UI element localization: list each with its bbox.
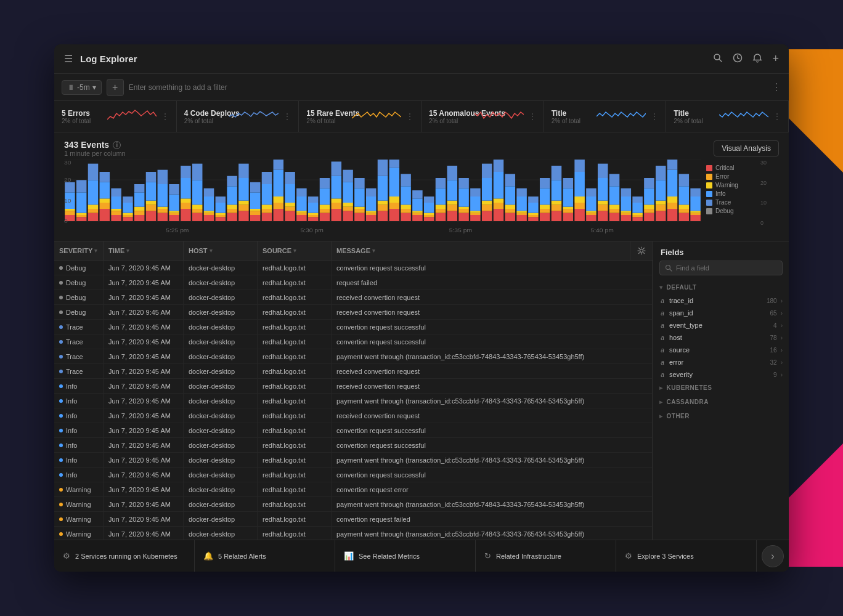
field-expand-icon-3[interactable]: ›	[781, 334, 783, 341]
svg-rect-229	[574, 209, 585, 221]
svg-rect-52	[158, 184, 168, 207]
card-more-2[interactable]: ⋮	[406, 112, 413, 121]
th-host[interactable]: HOST ▾	[184, 241, 258, 260]
event-card-5[interactable]: Title 2% of total ⋮	[666, 101, 789, 132]
field-count-2: 4	[773, 322, 777, 329]
table-row[interactable]: Warning Jun 7, 2020 9:45 AM docker-deskt…	[54, 512, 653, 527]
field-expand-icon-4[interactable]: ›	[781, 347, 783, 354]
card-more-1[interactable]: ⋮	[283, 112, 291, 121]
svg-rect-24	[100, 209, 110, 221]
card-more-4[interactable]: ⋮	[651, 112, 658, 121]
field-group-kubernetes[interactable]: ▸ KUBERNETES	[653, 381, 789, 395]
svg-rect-166	[424, 213, 434, 215]
svg-rect-153	[389, 160, 400, 168]
table-row[interactable]: Info Jun 7, 2020 9:45 AM docker-desktop …	[54, 438, 653, 453]
table-row[interactable]: Info Jun 7, 2020 9:45 AM docker-desktop …	[54, 423, 653, 438]
cell-severity-3: Debug	[54, 305, 104, 319]
svg-rect-84	[238, 211, 249, 221]
table-row[interactable]: Warning Jun 7, 2020 9:45 AM docker-deskt…	[54, 497, 653, 512]
severity-dot-12	[59, 444, 63, 447]
bottom-nav-button[interactable]: ›	[762, 545, 784, 567]
card-more-3[interactable]: ⋮	[529, 112, 536, 121]
visual-analysis-button[interactable]: Visual Analysis	[714, 140, 779, 156]
table-row[interactable]: Debug Jun 7, 2020 9:45 AM docker-desktop…	[54, 290, 653, 305]
svg-rect-160	[412, 213, 423, 215]
field-expand-icon-1[interactable]: ›	[781, 310, 783, 317]
event-card-info-1: 4 Code Deploys 2% of total	[184, 109, 225, 124]
svg-rect-14	[76, 217, 87, 221]
sparkline-1	[229, 107, 279, 126]
event-card-2[interactable]: 15 Rare Events 2% of total ⋮	[299, 101, 422, 132]
field-item-trace_id[interactable]: a trace_id 180 ›	[653, 294, 789, 307]
table-row[interactable]: Debug Jun 7, 2020 9:45 AM docker-desktop…	[54, 275, 653, 290]
bottom-item-icon-1: 🔔	[203, 551, 213, 561]
event-card-1[interactable]: 4 Code Deploys 2% of total ⋮	[177, 101, 299, 132]
field-item-error[interactable]: a error 32 ›	[653, 356, 789, 368]
card-more-0[interactable]: ⋮	[161, 112, 169, 121]
field-item-severity[interactable]: a severity 9 ›	[653, 368, 789, 381]
svg-rect-250	[621, 213, 632, 215]
fields-search-input[interactable]	[676, 264, 777, 272]
search-icon[interactable]	[713, 53, 723, 65]
svg-rect-273	[667, 160, 678, 170]
field-item-source[interactable]: a source 16 ›	[653, 344, 789, 356]
svg-rect-168	[424, 197, 434, 203]
bottom-item-4[interactable]: ⚙ Explore 3 Services	[616, 540, 757, 572]
bell-icon[interactable]	[752, 53, 762, 65]
svg-rect-16	[76, 213, 87, 215]
toolbar-more-icon[interactable]: ⋮	[772, 81, 781, 93]
fields-search-box[interactable]	[659, 261, 783, 275]
cell-source-4: redhat.logo.txt	[258, 320, 332, 334]
cell-message-5: convertion request successful	[332, 334, 653, 349]
th-time[interactable]: TIME ▾	[104, 241, 184, 260]
table-row[interactable]: Debug Jun 7, 2020 9:45 AM docker-desktop…	[54, 261, 653, 275]
th-settings[interactable]	[630, 241, 653, 260]
table-row[interactable]: Debug Jun 7, 2020 9:45 AM docker-desktop…	[54, 305, 653, 320]
table-row[interactable]: Info Jun 7, 2020 9:45 AM docker-desktop …	[54, 408, 653, 423]
field-expand-icon-0[interactable]: ›	[781, 298, 783, 304]
table-row[interactable]: Info Jun 7, 2020 9:45 AM docker-desktop …	[54, 453, 653, 468]
th-source[interactable]: SOURCE ▾	[258, 241, 332, 260]
clock-icon[interactable]	[733, 53, 743, 65]
bottom-item-0[interactable]: ⚙ 2 Services running on Kubernetes	[54, 540, 195, 572]
field-count-5: 32	[770, 359, 777, 366]
event-card-0[interactable]: 5 Errors 2% of total ⋮	[54, 101, 177, 132]
bottom-item-3[interactable]: ↻ Related Infrastructure	[476, 540, 616, 572]
table-row[interactable]: Trace Jun 7, 2020 9:45 AM docker-desktop…	[54, 364, 653, 379]
table-row[interactable]: Warning Jun 7, 2020 9:45 AM docker-deskt…	[54, 482, 653, 497]
field-group-label-1: KUBERNETES	[667, 384, 712, 391]
table-row[interactable]: Info Jun 7, 2020 9:45 AM docker-desktop …	[54, 468, 653, 482]
field-expand-icon-6[interactable]: ›	[781, 371, 783, 378]
table-row[interactable]: Warning Jun 7, 2020 9:45 AM docker-deskt…	[54, 527, 653, 540]
field-expand-icon-2[interactable]: ›	[781, 322, 783, 329]
sparkline-5	[719, 107, 768, 126]
time-selector[interactable]: ⏸ -5m ▾	[62, 80, 102, 95]
field-expand-icon-5[interactable]: ›	[781, 359, 783, 366]
bottom-item-1[interactable]: 🔔 5 Related Alerts	[195, 540, 335, 572]
bottom-item-2[interactable]: 📊 See Related Metrics	[335, 540, 476, 572]
svg-text:5:40 pm: 5:40 pm	[590, 227, 613, 233]
field-group-default[interactable]: ▾ DEFAULT	[653, 280, 789, 294]
field-item-host[interactable]: a host 78 ›	[653, 331, 789, 344]
svg-rect-86	[238, 201, 249, 205]
field-group-other[interactable]: ▸ OTHER	[653, 409, 789, 423]
th-severity[interactable]: SEVERITY ▾	[54, 241, 104, 260]
filter-input[interactable]	[129, 83, 767, 92]
event-card-4[interactable]: Title 2% of total ⋮	[544, 101, 667, 132]
hamburger-icon[interactable]: ☰	[64, 53, 73, 65]
table-row[interactable]: Trace Jun 7, 2020 9:45 AM docker-desktop…	[54, 320, 653, 334]
add-icon[interactable]: +	[772, 52, 779, 65]
card-more-5[interactable]: ⋮	[773, 112, 781, 121]
table-row[interactable]: Trace Jun 7, 2020 9:45 AM docker-desktop…	[54, 349, 653, 364]
table-row[interactable]: Trace Jun 7, 2020 9:45 AM docker-desktop…	[54, 334, 653, 349]
table-row[interactable]: Info Jun 7, 2020 9:45 AM docker-desktop …	[54, 379, 653, 394]
table-row[interactable]: Info Jun 7, 2020 9:45 AM docker-desktop …	[54, 394, 653, 408]
legend-label-debug: Debug	[715, 208, 733, 214]
field-item-event_type[interactable]: a event_type 4 ›	[653, 319, 789, 331]
field-group-cassandra[interactable]: ▸ CASSANDRA	[653, 395, 789, 409]
add-filter-button[interactable]: +	[107, 79, 124, 96]
th-message[interactable]: MESSAGE ▾	[332, 241, 630, 260]
svg-rect-281	[690, 211, 701, 213]
field-item-span_id[interactable]: a span_id 65 ›	[653, 307, 789, 319]
event-card-3[interactable]: 15 Anomalous Events 2% of total ⋮	[422, 101, 544, 132]
